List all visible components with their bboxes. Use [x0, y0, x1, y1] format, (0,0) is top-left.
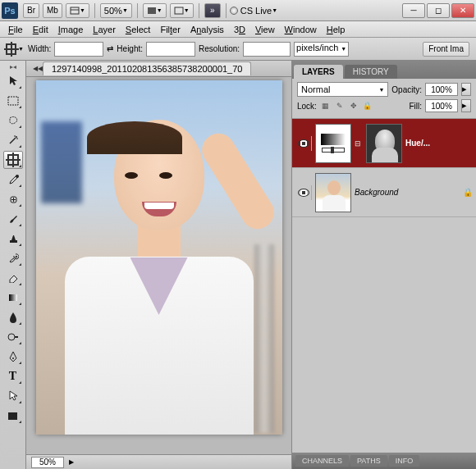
svg-point-17: [12, 357, 14, 359]
resolution-label: Resolution:: [199, 44, 240, 53]
type-tool[interactable]: T: [3, 367, 23, 385]
eraser-tool[interactable]: [3, 269, 23, 287]
tab-info[interactable]: INFO: [389, 455, 420, 467]
options-bar: ▼ Width: ⇄ Height: Resolution: pixels/in…: [0, 38, 476, 61]
tab-layers[interactable]: LAYERS: [294, 65, 343, 79]
tab-scroll-left[interactable]: ◀◀: [33, 65, 43, 72]
blur-tool[interactable]: [3, 308, 23, 326]
magic-wand-tool[interactable]: [3, 131, 23, 149]
menu-filter[interactable]: Filter: [155, 25, 185, 34]
fill-input[interactable]: [425, 99, 458, 112]
layer-list: ⊟ Hue/... Background 🔒: [292, 119, 476, 453]
layer-visibility-toggle[interactable]: [295, 136, 312, 151]
layer-row[interactable]: ⊟ Hue/...: [292, 119, 476, 168]
fill-slider-toggle[interactable]: ▸: [461, 99, 471, 112]
layer-name[interactable]: Hue/...: [405, 139, 473, 148]
maximize-button[interactable]: ◻: [427, 3, 450, 18]
zoom-status-input[interactable]: [31, 457, 64, 468]
brush-tool[interactable]: [3, 210, 23, 228]
opacity-input[interactable]: [425, 83, 458, 96]
swap-icon[interactable]: ⇄: [107, 44, 113, 53]
layer-row[interactable]: Background 🔒: [292, 168, 476, 217]
crop-tool-indicator[interactable]: ▼: [5, 40, 25, 58]
crop-tool[interactable]: [3, 151, 23, 169]
menu-analysis[interactable]: Analysis: [185, 25, 229, 34]
mask-thumbnail[interactable]: [366, 124, 402, 163]
menu-help[interactable]: Help: [322, 25, 350, 34]
move-tool[interactable]: [3, 72, 23, 90]
eyedropper-tool[interactable]: [3, 171, 23, 189]
dodge-tool[interactable]: [3, 328, 23, 346]
separator: [137, 3, 138, 18]
svg-point-9: [16, 175, 19, 178]
resolution-input[interactable]: [243, 42, 291, 57]
minimize-button[interactable]: ─: [402, 3, 425, 18]
adjustment-thumbnail[interactable]: [315, 124, 351, 163]
cs-live-button[interactable]: CS Live ▼: [230, 6, 277, 16]
view-extras-button[interactable]: ▼: [66, 3, 89, 18]
toolbox: ▸◂ T: [0, 61, 26, 469]
svg-line-5: [10, 138, 16, 143]
height-input[interactable]: [146, 42, 195, 57]
eye-icon: [298, 139, 309, 148]
marquee-tool[interactable]: [3, 92, 23, 110]
menu-view[interactable]: View: [250, 25, 280, 34]
canvas[interactable]: [36, 80, 282, 435]
lock-label: Lock:: [297, 102, 317, 111]
lock-paint-icon[interactable]: ✎: [334, 100, 346, 112]
path-select-tool[interactable]: [3, 387, 23, 405]
opacity-slider-toggle[interactable]: ▸: [461, 83, 471, 96]
shape-tool[interactable]: [3, 407, 23, 425]
tab-paths[interactable]: PATHS: [350, 455, 387, 467]
lock-icon: 🔒: [463, 188, 473, 197]
titlebar: Ps Br Mb ▼ 50% ▼ ▼ ▼ » CS Live ▼ ─ ◻ ✕: [0, 0, 476, 21]
pen-tool[interactable]: [3, 348, 23, 366]
close-button[interactable]: ✕: [451, 3, 474, 18]
blend-mode-selector[interactable]: Normal▼: [297, 82, 388, 97]
width-input[interactable]: [54, 42, 103, 57]
layer-thumbnail[interactable]: [315, 173, 351, 212]
lock-move-icon[interactable]: ✥: [348, 100, 359, 112]
menu-layer[interactable]: Layer: [88, 25, 121, 34]
layer-visibility-toggle[interactable]: [295, 185, 312, 200]
toolbox-collapse[interactable]: ▸◂: [0, 62, 25, 71]
bridge-button[interactable]: Br: [23, 3, 39, 18]
status-bar: ▶: [26, 454, 291, 469]
svg-rect-4: [8, 97, 18, 105]
canvas-viewport[interactable]: [26, 77, 291, 454]
mask-link-icon[interactable]: ⊟: [355, 139, 363, 148]
expand-button[interactable]: »: [204, 3, 221, 18]
tab-history[interactable]: HISTORY: [345, 65, 397, 79]
healing-brush-tool[interactable]: [3, 190, 23, 208]
unit-selector[interactable]: pixels/inch ▼: [294, 42, 349, 57]
zoom-selector[interactable]: 50% ▼: [100, 3, 132, 18]
app-icon-ps: Ps: [2, 2, 18, 19]
screen-mode-button[interactable]: ▼: [170, 3, 194, 18]
crop-icon: [6, 43, 16, 55]
menu-select[interactable]: Select: [121, 25, 156, 34]
tab-channels[interactable]: CHANNELS: [295, 455, 349, 467]
svg-rect-14: [9, 294, 17, 301]
gradient-tool[interactable]: [3, 289, 23, 307]
lock-all-icon[interactable]: 🔒: [362, 100, 373, 112]
status-expand-icon[interactable]: ▶: [69, 458, 74, 466]
mini-bridge-button[interactable]: Mb: [43, 3, 62, 18]
front-image-button[interactable]: Front Ima: [423, 42, 469, 57]
document-tab[interactable]: 1297140998_201102081356385738200001_70: [43, 61, 251, 75]
menu-window[interactable]: Window: [280, 25, 322, 34]
separator: [226, 3, 227, 18]
history-brush-tool[interactable]: [3, 249, 23, 267]
menu-file[interactable]: File: [3, 25, 28, 34]
layers-panel-tabs: LAYERS HISTORY: [292, 61, 476, 79]
separator: [94, 3, 95, 18]
menu-edit[interactable]: Edit: [28, 25, 53, 34]
document-tab-bar: ◀◀ 1297140998_201102081356385738200001_7…: [26, 61, 291, 77]
lasso-tool[interactable]: [3, 112, 23, 130]
clone-stamp-tool[interactable]: [3, 230, 23, 248]
layer-name[interactable]: Background: [355, 188, 460, 197]
menu-image[interactable]: Image: [53, 25, 89, 34]
view-mode-button[interactable]: ▼: [143, 3, 167, 18]
svg-rect-2: [148, 7, 156, 14]
lock-transparent-icon[interactable]: ▦: [320, 100, 332, 112]
menu-3d[interactable]: 3D: [229, 25, 250, 34]
